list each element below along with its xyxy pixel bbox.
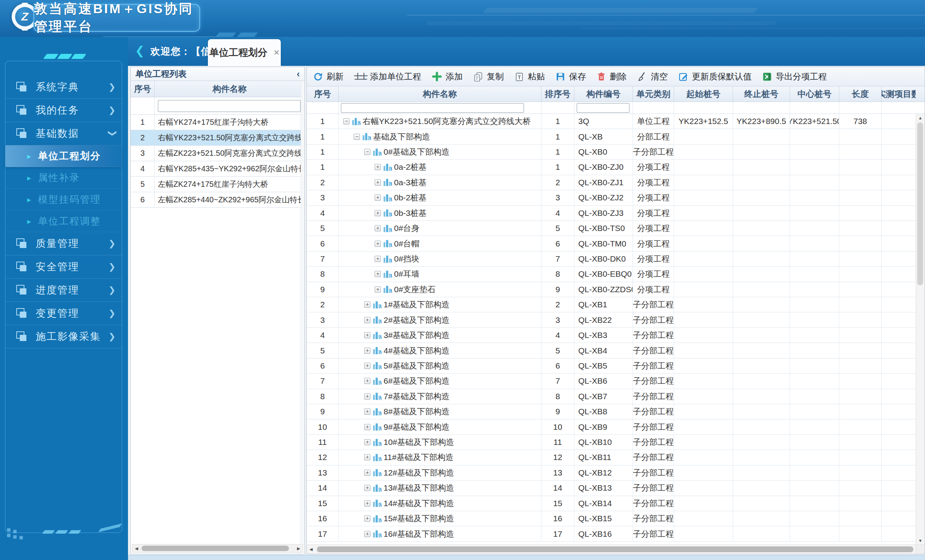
expand-toggle-icon[interactable]: + <box>375 271 381 277</box>
component-tree-row[interactable]: 1− 0#基础及下部构造1QL-XB0子分部工程 <box>307 145 925 160</box>
unit-list-filter-input[interactable] <box>158 100 301 112</box>
scroll-left-icon[interactable]: ◀ <box>307 547 315 552</box>
scrollbar-thumb[interactable] <box>917 122 923 285</box>
component-tree-row[interactable]: 17+ 16#基础及下部构造17QL-XB16子分部工程 <box>307 526 925 541</box>
component-tree-row[interactable]: 11+ 10#基础及下部构造11QL-XB10子分部工程 <box>307 435 925 450</box>
component-tree-row[interactable]: 7+ 0#挡块7QL-XB0-DK0分项工程 <box>307 252 925 267</box>
component-tree-row[interactable]: 1− 右幅YK223+521.50阿克塞分离式立交跨线大桥13Q单位工程YK22… <box>307 114 925 129</box>
collapse-toggle-icon[interactable]: − <box>364 149 370 155</box>
component-tree-row[interactable]: 7+ 6#基础及下部构造7QL-XB6子分部工程 <box>307 374 925 389</box>
sidebar-subitem-model-code-management[interactable]: ▸ 模型挂码管理 <box>5 189 122 210</box>
expand-toggle-icon[interactable]: + <box>375 179 381 186</box>
component-tree-row[interactable]: 6+ 5#基础及下部构造6QL-XB5子分部工程 <box>307 358 925 374</box>
tab-close-icon[interactable]: × <box>273 47 279 59</box>
component-tree-row[interactable]: 14+ 13#基础及下部构造14QL-XB13子分部工程 <box>307 481 925 496</box>
component-tree-row[interactable]: 4+ 0b-3桩基4QL-XB0-ZJ3分项工程 <box>307 206 925 221</box>
component-tree-row[interactable]: 5+ 4#基础及下部构造5QL-XB4子分部工程 <box>307 343 925 358</box>
expand-toggle-icon[interactable]: + <box>375 241 381 247</box>
tab-scroll-left-icon[interactable]: ❮ <box>135 44 145 57</box>
component-tree-row[interactable]: 6+ 0#台帽6QL-XB0-TM0分项工程 <box>307 236 925 251</box>
component-tree-row[interactable]: 12+ 11#基础及下部构造12QL-XB11子分部工程 <box>307 450 925 465</box>
expand-toggle-icon[interactable]: + <box>364 531 370 537</box>
unit-list-row[interactable]: 4右幅YK285+435~YK292+962阿尔金山特长隧道 <box>131 161 304 177</box>
component-tree-row[interactable]: 5+ 0#台身5QL-XB0-TS0分项工程 <box>307 221 925 236</box>
expand-toggle-icon[interactable]: + <box>364 470 370 476</box>
scrollbar-thumb[interactable] <box>317 546 913 552</box>
collapse-toggle-icon[interactable]: − <box>343 118 349 124</box>
component-name-filter-input[interactable] <box>341 103 524 113</box>
expand-toggle-icon[interactable]: + <box>364 363 370 369</box>
sidebar-item-quality-management[interactable]: 质量管理 ❯ <box>5 232 122 255</box>
component-tree-row[interactable]: 8+ 7#基础及下部构造8QL-XB7子分部工程 <box>307 389 925 404</box>
main-horizontal-scrollbar[interactable]: ◀ <box>307 544 916 554</box>
scrollbar-thumb[interactable] <box>142 546 289 551</box>
sidebar-item-change-management[interactable]: 变更管理 ❯ <box>5 302 122 325</box>
update-warranty-defaults-button[interactable]: 更新质保默认值 <box>678 71 752 83</box>
component-tree-row[interactable]: 3+ 2#基础及下部构造3QL-XB22子分部工程 <box>307 312 925 327</box>
expand-toggle-icon[interactable]: + <box>364 378 370 384</box>
expand-toggle-icon[interactable]: + <box>375 225 381 231</box>
tab-unit-project-division[interactable]: 单位工程划分 × <box>208 39 281 66</box>
add-button[interactable]: 添加 <box>432 71 463 83</box>
sidebar-subitem-unit-project-division[interactable]: ▸ 单位工程划分 <box>5 145 122 167</box>
unit-list-row[interactable]: 3左幅ZK223+521.50阿克塞分离式立交跨线大桥 <box>131 146 304 161</box>
unit-list-row[interactable]: 2右幅YK223+521.50阿克塞分离式立交跨线大桥 <box>131 130 304 146</box>
export-subitem-projects-button[interactable]: 导出分项工程 <box>762 71 827 83</box>
sidebar-item-system-dictionary[interactable]: 系统字典 ❯ <box>5 76 122 99</box>
expand-toggle-icon[interactable]: + <box>375 164 381 170</box>
scroll-up-icon[interactable]: ▲ <box>916 114 925 120</box>
expand-toggle-icon[interactable]: + <box>364 515 370 522</box>
delete-button[interactable]: 删除 <box>596 71 627 83</box>
expand-toggle-icon[interactable]: + <box>364 500 370 507</box>
sidebar-item-base-data[interactable]: 基础数据 ❯ <box>5 122 122 145</box>
main-vertical-scrollbar[interactable]: ▲ ▼ <box>916 114 925 544</box>
expand-toggle-icon[interactable]: + <box>375 286 381 293</box>
expand-toggle-icon[interactable]: + <box>364 302 370 308</box>
unit-list-row[interactable]: 6左幅ZK285+440~ZK292+965阿尔金山特长隧道 <box>131 192 304 208</box>
component-tree-row[interactable]: 9+ 0#支座垫石9QL-XB0-ZZDS0分项工程 <box>307 282 925 297</box>
component-tree-row[interactable]: 9+ 8#基础及下部构造9QL-XB8子分部工程 <box>307 404 925 419</box>
expand-toggle-icon[interactable]: + <box>364 424 370 430</box>
sidebar-item-safety-management[interactable]: 安全管理 ❯ <box>5 255 122 279</box>
expand-toggle-icon[interactable]: + <box>364 439 370 445</box>
unit-list-row[interactable]: 1右幅YK274+175红崖子沟特大桥 <box>131 115 304 130</box>
expand-toggle-icon[interactable]: + <box>364 332 370 338</box>
expand-toggle-icon[interactable]: + <box>375 195 381 201</box>
component-tree-row[interactable]: 3+ 0b-2桩基3QL-XB0-ZJ2分项工程 <box>307 190 925 205</box>
expand-toggle-icon[interactable]: + <box>364 485 370 491</box>
refresh-button[interactable]: 刷新 <box>313 71 344 83</box>
paste-button[interactable]: 粘贴 <box>514 71 545 83</box>
component-tree-row[interactable]: 4+ 3#基础及下部构造4QL-XB3子分部工程 <box>307 328 925 343</box>
scroll-left-icon[interactable]: ◀ <box>132 546 141 551</box>
component-code-filter-input[interactable] <box>577 103 629 113</box>
expand-toggle-icon[interactable]: + <box>364 408 370 415</box>
unit-list-row[interactable]: 5左幅ZK274+175红崖子沟特大桥 <box>131 177 304 192</box>
collapse-toggle-icon[interactable]: − <box>354 134 360 140</box>
component-tree-row[interactable]: 2+ 0a-3桩基2QL-XB0-ZJ1分项工程 <box>307 175 925 190</box>
expand-toggle-icon[interactable]: + <box>375 210 381 216</box>
component-tree-row[interactable]: 16+ 15#基础及下部构造16QL-XB15子分部工程 <box>307 511 925 526</box>
scroll-down-icon[interactable]: ▼ <box>916 537 925 543</box>
save-button[interactable]: 保存 <box>555 71 586 83</box>
copy-button[interactable]: 复制 <box>473 71 504 83</box>
sidebar-subitem-attribute-supplement[interactable]: ▸ 属性补录 <box>5 167 122 189</box>
expand-toggle-icon[interactable]: + <box>364 454 370 460</box>
unit-list-vertical-scrollbar[interactable] <box>301 81 304 544</box>
component-tree-row[interactable]: 1− 基础及下部构造1QL-XB分部工程 <box>307 129 925 144</box>
panel-collapse-icon[interactable]: ‹ <box>297 69 300 79</box>
sidebar-item-progress-management[interactable]: 进度管理 ❯ <box>5 279 122 302</box>
component-tree-row[interactable]: 8+ 0#耳墙8QL-XB0-EBQ0分项工程 <box>307 267 925 282</box>
add-unit-project-button[interactable]: 士士 添加单位工程 <box>354 71 421 83</box>
sidebar-item-my-tasks[interactable]: 我的任务 ❯ <box>5 99 122 122</box>
expand-toggle-icon[interactable]: + <box>364 393 370 400</box>
sidebar-subitem-unit-project-adjust[interactable]: ▸ 单位工程调整 <box>5 210 122 232</box>
sidebar-item-construction-imaging[interactable]: 施工影像采集 ❯ <box>5 325 122 348</box>
expand-toggle-icon[interactable]: + <box>364 317 370 323</box>
unit-list-horizontal-scrollbar[interactable]: ◀ ▶ <box>132 544 303 553</box>
component-tree-row[interactable]: 15+ 14#基础及下部构造15QL-XB14子分部工程 <box>307 496 925 511</box>
clear-button[interactable]: 清空 <box>637 71 668 83</box>
component-tree-row[interactable]: 10+ 9#基础及下部构造10QL-XB9子分部工程 <box>307 419 925 434</box>
expand-toggle-icon[interactable]: + <box>364 348 370 354</box>
component-tree-row[interactable]: 2+ 1#基础及下部构造2QL-XB1子分部工程 <box>307 297 925 312</box>
expand-toggle-icon[interactable]: + <box>375 256 381 262</box>
